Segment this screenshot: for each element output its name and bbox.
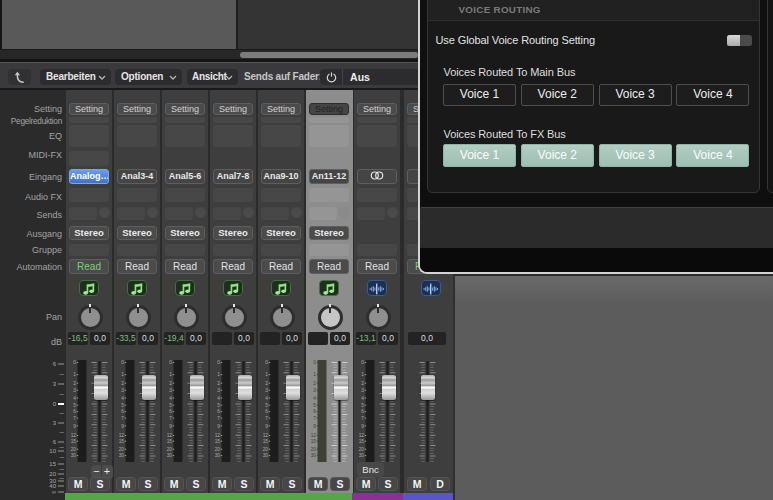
svg-text:3: 3 (53, 420, 57, 426)
svg-text:3: 3 (53, 381, 57, 387)
svg-text:∞: ∞ (52, 489, 56, 495)
svg-text:0: 0 (53, 401, 57, 407)
svg-text:6: 6 (53, 361, 57, 367)
svg-text:6: 6 (53, 439, 57, 445)
svg-text:15: 15 (49, 461, 56, 467)
svg-text:10: 10 (49, 448, 56, 454)
svg-text:20: 20 (49, 471, 56, 477)
